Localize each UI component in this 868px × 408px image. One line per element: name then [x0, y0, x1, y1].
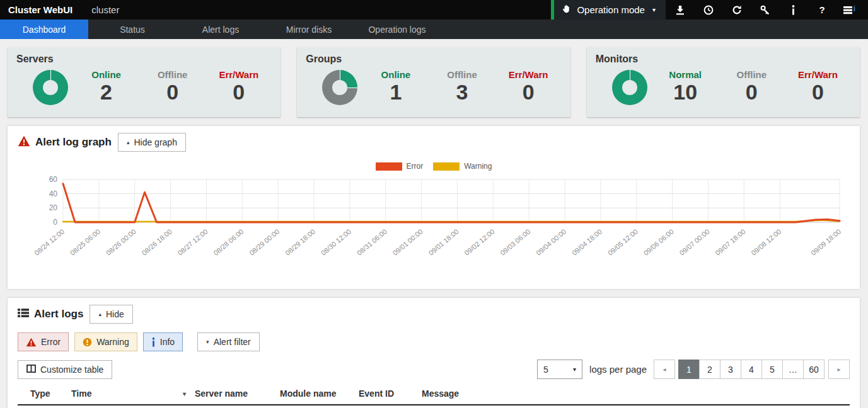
legend-item-error: Error — [376, 162, 424, 171]
pager-previous-button[interactable]: ◂ — [654, 360, 675, 379]
hide-graph-button[interactable]: ▴ Hide graph — [118, 133, 186, 152]
svg-text:08/30 12:00: 08/30 12:00 — [320, 227, 352, 257]
pager-page-2[interactable]: 2 — [699, 360, 720, 379]
chevron-down-icon: ▾ — [652, 6, 656, 13]
stat-value: 1 — [362, 80, 429, 105]
svg-text:08/25 06:00: 08/25 06:00 — [69, 227, 101, 257]
column-header-message[interactable]: Message — [422, 388, 846, 399]
hide-alert-logs-button[interactable]: ▴ Hide — [90, 305, 132, 324]
operation-mode-label: Operation mode — [577, 4, 645, 15]
column-label: Message — [422, 388, 459, 399]
column-label: Module name — [280, 388, 336, 399]
svg-text:09/07 00:00: 09/07 00:00 — [678, 227, 711, 257]
stat-value: 0 — [495, 80, 562, 105]
logs-per-page-label: logs per page — [589, 364, 647, 375]
stat-label: Normal — [652, 69, 719, 80]
info-filter-button[interactable]: Info — [143, 332, 183, 351]
stat-label: Offline — [139, 69, 205, 80]
stat-err-warn: Err/Warn0 — [495, 69, 562, 105]
stat-label: Offline — [429, 69, 495, 80]
column-label: Event ID — [359, 388, 394, 399]
tab-mirror-disks[interactable]: Mirror disks — [265, 20, 353, 39]
table-list-icon — [18, 308, 29, 321]
help-icon[interactable]: ? — [807, 0, 836, 20]
stat-label: Online — [362, 69, 429, 80]
cluster-name: cluster — [91, 4, 119, 15]
svg-text:08/29 00:00: 08/29 00:00 — [248, 227, 281, 257]
warning-filter-button[interactable]: Warning — [74, 332, 137, 351]
svg-text:09/05 12:00: 09/05 12:00 — [606, 227, 639, 257]
stat-label: Offline — [719, 69, 785, 80]
card-title: Monitors — [596, 54, 851, 65]
column-header-type[interactable]: Type — [30, 388, 71, 399]
filter-label: Error — [41, 337, 61, 347]
stat-label: Err/Warn — [205, 69, 272, 80]
stat-value: 0 — [205, 80, 272, 105]
svg-text:08/26 00:00: 08/26 00:00 — [105, 227, 137, 257]
chart-legend: ErrorWarning — [18, 162, 850, 171]
alert-log-graph-panel: Alert log graph ▴ Hide graph ErrorWarnin… — [8, 126, 860, 289]
pager-page-5[interactable]: 5 — [761, 360, 783, 379]
tab-bar: DashboardStatusAlert logsMirror disksOpe… — [0, 20, 868, 39]
table-controls-row: Customize table 5 ▾ logs per page ◂12345… — [18, 360, 850, 379]
logs-per-page-select[interactable]: 5 ▾ — [537, 360, 582, 379]
stat-value: 0 — [719, 80, 785, 105]
tab-alert-logs[interactable]: Alert logs — [176, 20, 265, 39]
column-header-module-name[interactable]: Module name — [280, 388, 359, 399]
clock-icon[interactable] — [694, 0, 722, 20]
stat-offline: Offline3 — [429, 69, 495, 105]
tab-dashboard[interactable]: Dashboard — [0, 20, 88, 39]
card-title: Servers — [16, 54, 272, 65]
status-donut-chart — [33, 70, 68, 105]
table-info-icon[interactable]: i — [836, 0, 864, 20]
tab-operation-logs[interactable]: Operation logs — [353, 20, 441, 39]
svg-text:60: 60 — [49, 175, 58, 184]
column-header-time[interactable]: Time▾ — [71, 388, 195, 399]
alert-filter-button[interactable]: ▾ Alert filter — [197, 332, 260, 351]
download-icon[interactable] — [666, 0, 694, 20]
card-monitors: MonitorsNormal10Offline0Err/Warn0 — [587, 47, 860, 117]
error-filter-button[interactable]: Error — [18, 332, 69, 351]
svg-text:20: 20 — [49, 203, 58, 212]
pager-page-1[interactable]: 1 — [678, 360, 700, 379]
info-icon[interactable] — [779, 0, 807, 20]
alert-filter-row: ErrorWarningInfo ▾ Alert filter — [18, 332, 850, 351]
stat-value: 2 — [73, 80, 139, 105]
svg-text:08/29 18:00: 08/29 18:00 — [284, 227, 316, 257]
app-title: Cluster WebUI — [0, 4, 72, 15]
stat-offline: Offline0 — [139, 69, 205, 105]
column-header-server-name[interactable]: Server name — [195, 388, 280, 399]
refresh-icon[interactable] — [722, 0, 751, 20]
pager-page-60[interactable]: 60 — [803, 360, 825, 379]
legend-label: Warning — [464, 162, 492, 171]
alert-logs-title: Alert logs — [18, 308, 83, 321]
filter-label: Info — [160, 337, 175, 347]
warning-triangle-icon — [18, 135, 30, 150]
toolbar-icons: ?i — [666, 0, 868, 20]
legend-swatch — [433, 162, 460, 171]
svg-text:09/02 12:00: 09/02 12:00 — [463, 227, 495, 257]
customize-table-button[interactable]: Customize table — [18, 360, 112, 379]
svg-text:09/04 18:00: 09/04 18:00 — [570, 227, 603, 257]
tab-status[interactable]: Status — [88, 20, 176, 39]
column-label: Time — [71, 388, 91, 399]
column-header-event-id[interactable]: Event ID — [359, 388, 422, 399]
svg-text:09/07 18:00: 09/07 18:00 — [714, 227, 746, 257]
svg-text:09/04 00:00: 09/04 00:00 — [535, 227, 567, 257]
hand-icon — [562, 4, 572, 16]
pager-next-button[interactable]: ▸ — [828, 360, 850, 379]
operation-mode-dropdown[interactable]: Operation mode ▾ — [551, 0, 666, 20]
pager-page-3[interactable]: 3 — [720, 360, 741, 379]
pager-page-4[interactable]: 4 — [741, 360, 762, 379]
status-donut-chart — [322, 70, 357, 105]
stat-online: Online2 — [73, 69, 139, 105]
table-columns-icon — [26, 365, 36, 375]
svg-text:09/01 00:00: 09/01 00:00 — [391, 227, 424, 257]
pager-ellipsis[interactable]: … — [782, 360, 804, 379]
stat-label: Err/Warn — [495, 69, 562, 80]
key-icon[interactable] — [751, 0, 779, 20]
stat-value: 10 — [652, 80, 719, 105]
svg-text:08/28 06:00: 08/28 06:00 — [212, 227, 245, 257]
svg-text:09/09 18:00: 09/09 18:00 — [809, 227, 842, 257]
card-title: Groups — [306, 54, 561, 65]
